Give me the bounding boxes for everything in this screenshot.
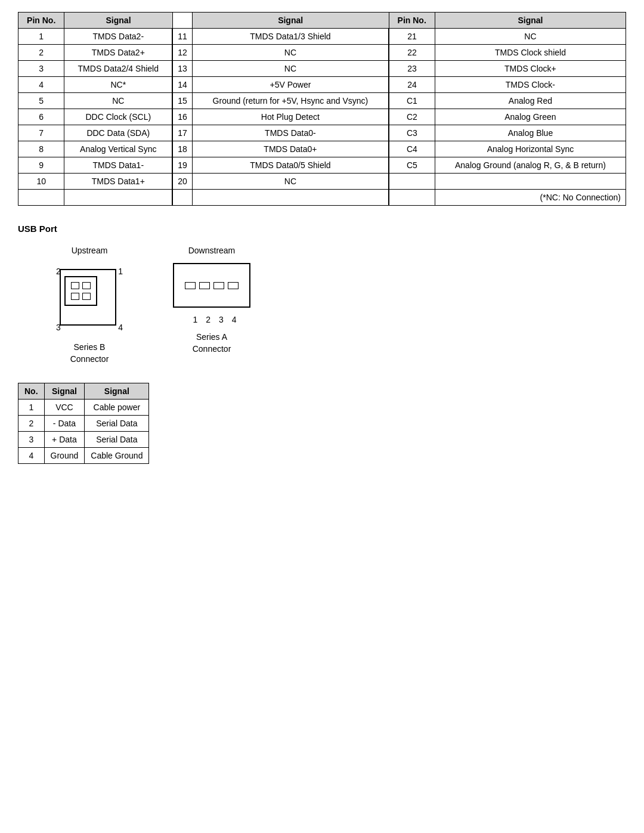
dvi-row-pin-left: 4: [18, 77, 64, 93]
usb-row-cell-0: 3: [18, 432, 45, 448]
series-b-block: Upstream 2 1 3 4 Series B: [54, 246, 125, 365]
dvi-row-sig-left: TMDS Data1-: [64, 157, 172, 174]
downstream-label: Downstream: [188, 246, 236, 255]
usb-row-cell-0: 2: [18, 416, 45, 432]
dvi-row-mid-num: 11: [172, 29, 192, 45]
series-b-pin-pair-right: [82, 282, 91, 300]
col-header-pin-right: Pin No.: [389, 13, 435, 29]
usb-row-cell-2: Cable Ground: [85, 448, 149, 464]
dvi-row-pin-right: C2: [389, 109, 435, 125]
dvi-row-sig-mid: TMDS Data0+: [192, 141, 389, 157]
series-b-num-3: 3: [56, 323, 61, 332]
usb-section: USB Port Upstream 2 1 3: [18, 224, 626, 464]
series-b-diagram: 2 1 3 4: [54, 263, 125, 335]
dvi-row-sig-mid: NC: [192, 174, 389, 190]
dvi-row-mid-num: 18: [172, 141, 192, 157]
dvi-row-mid-num: 12: [172, 45, 192, 61]
usb-connectors: Upstream 2 1 3 4 Series B: [18, 246, 626, 365]
dvi-row-sig-right: Analog Ground (analog R, G, & B return): [435, 157, 626, 174]
dvi-row-pin-right: 24: [389, 77, 435, 93]
series-a-block: Downstream 1 2 3 4 Series AConnector: [173, 246, 250, 355]
dvi-row-pin-left: 3: [18, 61, 64, 77]
series-b-num-1: 1: [118, 267, 123, 276]
dvi-row-sig-right: (*NC: No Connection): [435, 190, 626, 206]
series-a-num-2: 2: [206, 315, 210, 324]
series-b-inner-box: [64, 276, 97, 306]
dvi-row-pin-right: C5: [389, 157, 435, 174]
usb-col-header-1: Signal: [44, 383, 85, 400]
series-a-num-3: 3: [219, 315, 224, 324]
series-a-name: Series AConnector: [193, 332, 231, 355]
dvi-row-sig-right: Analog Blue: [435, 125, 626, 141]
dvi-row-pin-left: 7: [18, 125, 64, 141]
series-b-pin-bl: [71, 293, 79, 300]
dvi-row-sig-left: NC: [64, 93, 172, 109]
dvi-row-sig-right: Analog Horizontal Sync: [435, 141, 626, 157]
dvi-row-pin-right: C1: [389, 93, 435, 109]
dvi-row-sig-right: [435, 174, 626, 190]
usb-title: USB Port: [18, 224, 626, 234]
dvi-row-sig-mid: NC: [192, 61, 389, 77]
dvi-row-sig-right: TMDS Clock-: [435, 77, 626, 93]
usb-row-cell-2: Cable power: [85, 400, 149, 416]
dvi-row-sig-left: DDC Clock (SCL): [64, 109, 172, 125]
dvi-row-pin-left: 5: [18, 93, 64, 109]
series-a-diagram: [173, 263, 250, 308]
dvi-row-sig-mid: Ground (return for +5V, Hsync and Vsync): [192, 93, 389, 109]
dvi-row-mid-num: 13: [172, 61, 192, 77]
series-b-num-4: 4: [118, 323, 123, 332]
dvi-row-pin-left: 2: [18, 45, 64, 61]
dvi-row-sig-left: NC*: [64, 77, 172, 93]
usb-row-cell-1: + Data: [44, 432, 85, 448]
series-b-num-2: 2: [56, 267, 61, 276]
dvi-row-pin-left: 9: [18, 157, 64, 174]
dvi-row-sig-left: TMDS Data2-: [64, 29, 172, 45]
usb-row-cell-0: 4: [18, 448, 45, 464]
dvi-row-mid-num: 14: [172, 77, 192, 93]
dvi-row-mid-num: 19: [172, 157, 192, 174]
series-b-pin-br: [82, 293, 91, 300]
dvi-row-sig-left: TMDS Data2/4 Shield: [64, 61, 172, 77]
series-a-pin-3: [213, 282, 224, 289]
dvi-row-sig-left: Analog Vertical Sync: [64, 141, 172, 157]
dvi-row-pin-left: 6: [18, 109, 64, 125]
dvi-row-pin-right: [389, 174, 435, 190]
dvi-row-pin-left: [18, 190, 64, 206]
usb-row-cell-2: Serial Data: [85, 432, 149, 448]
usb-row-cell-1: - Data: [44, 416, 85, 432]
series-a-num-1: 1: [193, 315, 197, 324]
dvi-row-mid-num: 16: [172, 109, 192, 125]
series-a-num-4: 4: [232, 315, 237, 324]
dvi-row-mid-num: [172, 190, 192, 206]
dvi-row-sig-right: Analog Green: [435, 109, 626, 125]
dvi-row-sig-mid: TMDS Data1/3 Shield: [192, 29, 389, 45]
dvi-row-sig-left: TMDS Data1+: [64, 174, 172, 190]
dvi-row-mid-num: 17: [172, 125, 192, 141]
col-header-signal-mid: Signal: [192, 13, 389, 29]
usb-table: No.SignalSignal 1VCCCable power2- DataSe…: [18, 383, 149, 464]
dvi-row-sig-mid: TMDS Data0-: [192, 125, 389, 141]
col-header-mid-num: [172, 13, 192, 29]
series-b-pin-pair-left: [71, 282, 79, 300]
series-a-pin-1: [185, 282, 196, 289]
usb-row-cell-2: Serial Data: [85, 416, 149, 432]
series-b-name: Series BConnector: [70, 342, 109, 365]
dvi-row-pin-right: 22: [389, 45, 435, 61]
col-header-signal-left: Signal: [64, 13, 172, 29]
dvi-row-sig-left: TMDS Data2+: [64, 45, 172, 61]
series-a-pin-4: [228, 282, 239, 289]
col-header-pin-left: Pin No.: [18, 13, 64, 29]
dvi-row-mid-num: 20: [172, 174, 192, 190]
dvi-row-sig-left: DDC Data (SDA): [64, 125, 172, 141]
dvi-row-sig-left: [64, 190, 172, 206]
dvi-row-pin-right: 23: [389, 61, 435, 77]
series-a-pin-2: [199, 282, 210, 289]
dvi-row-pin-right: C4: [389, 141, 435, 157]
dvi-row-pin-right: 21: [389, 29, 435, 45]
dvi-row-pin-left: 8: [18, 141, 64, 157]
dvi-table: Pin No. Signal Signal Pin No. Signal 1TM…: [18, 12, 626, 206]
dvi-row-sig-mid: +5V Power: [192, 77, 389, 93]
col-header-signal-right: Signal: [435, 13, 626, 29]
dvi-row-sig-right: TMDS Clock shield: [435, 45, 626, 61]
dvi-row-pin-right: C3: [389, 125, 435, 141]
